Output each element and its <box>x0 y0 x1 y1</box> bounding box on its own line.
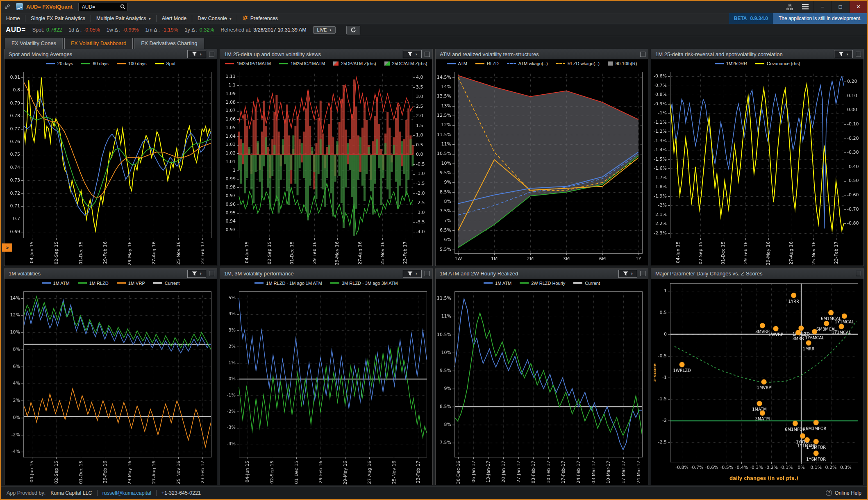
filter-button[interactable]: ◑ <box>187 50 206 58</box>
contrast-icon: ◑ <box>415 52 418 57</box>
legend-item[interactable]: 90-10th(R) <box>608 61 637 66</box>
chart-legend: 1M ATM1M RLZD1M VRPCurrent <box>5 279 217 287</box>
legend-item[interactable]: 1M RLZD - 1M ago 1M ATM <box>254 281 322 286</box>
menu-item-dev-console[interactable]: Dev Console▾ <box>192 13 237 24</box>
chart-canvas[interactable] <box>436 68 648 266</box>
beta-badge: BETA0.9.34.0 <box>729 13 773 24</box>
filter-button[interactable]: ◑ <box>187 270 206 278</box>
legend-swatch <box>279 63 288 64</box>
panel-title: Spot and Moving Averages <box>9 51 72 57</box>
legend-label: 20 days <box>57 61 73 66</box>
instrument-symbol: AUD= <box>6 26 26 34</box>
legend-label: 90-10th(R) <box>616 61 637 66</box>
minimize-button[interactable]: – <box>813 1 831 13</box>
legend-swatch <box>447 63 456 64</box>
chart-canvas[interactable] <box>651 68 863 266</box>
panel-checkbox[interactable] <box>209 271 214 276</box>
chart-canvas[interactable] <box>5 68 217 266</box>
chart-canvas[interactable] <box>436 287 648 485</box>
toggle-icon: ◑ <box>329 27 332 32</box>
menu-icon[interactable] <box>798 1 813 13</box>
legend-swatch <box>78 282 87 284</box>
chart-canvas[interactable] <box>651 279 863 485</box>
legend-label: 1M RLZD - 1M ago 1M ATM <box>266 281 322 286</box>
panel-checkbox[interactable] <box>425 271 430 276</box>
menu-item-home[interactable]: Home <box>1 13 25 24</box>
filter-button[interactable]: ◑ <box>618 270 637 278</box>
legend-item[interactable]: 1M RLZD <box>78 281 109 286</box>
legend-swatch <box>475 63 484 64</box>
legend-swatch <box>117 63 126 64</box>
tab-fx-derivatives-charting[interactable]: FX Derivatives Charting <box>134 38 204 49</box>
tab-fx-volatility-cones[interactable]: FX Volatility Cones <box>5 38 63 49</box>
symbol-search[interactable] <box>78 3 127 11</box>
close-button[interactable]: ✕ <box>849 1 867 13</box>
panel-z-scores: Major Parameter Daily Changes vs. Z-Scor… <box>651 268 864 486</box>
refresh-button[interactable] <box>346 26 360 34</box>
chart-canvas[interactable] <box>5 287 217 485</box>
legend-swatch <box>117 282 126 284</box>
legend-label: 1M VRP <box>128 281 145 286</box>
menu-item-single-fx[interactable]: Single FX Pair Analytics <box>25 13 91 24</box>
chart-canvas[interactable] <box>220 68 432 266</box>
legend-item[interactable]: 1M ATM <box>484 281 511 286</box>
filter-button[interactable]: ◑ <box>403 270 422 278</box>
legend-item[interactable]: Current <box>153 281 180 286</box>
legend-swatch <box>333 61 339 66</box>
chart-legend: 1M25DRRCovariance (rhs) <box>651 59 863 68</box>
legend-item[interactable]: 20 days <box>46 61 73 66</box>
legend-item[interactable]: 1M25DP/1MATM <box>225 61 271 66</box>
legend-label: Current <box>585 281 600 286</box>
legend-item[interactable]: 1M ATM <box>42 281 70 286</box>
panel-checkbox[interactable] <box>209 52 214 57</box>
live-toggle[interactable]: LIVE◑ <box>313 26 336 34</box>
panel-checkbox[interactable] <box>640 52 645 57</box>
legend-item[interactable]: Spot <box>155 61 176 66</box>
funnel-icon <box>192 270 197 277</box>
panel-checkbox[interactable] <box>856 52 861 57</box>
maximize-button[interactable]: □ <box>831 1 849 13</box>
company-name: Kuma Capital LLC <box>50 490 92 496</box>
panel-term-structure: ATM and realized volatility term-structu… <box>435 49 648 266</box>
footer-separator <box>156 490 157 496</box>
filter-button[interactable]: ◑ <box>403 50 422 58</box>
online-help[interactable]: ? Online Help <box>826 490 861 496</box>
legend-item[interactable]: 60 days <box>81 61 109 66</box>
tab-fx-volatility-dashboard[interactable]: FX Volatility Dashboard <box>64 38 133 49</box>
panel-title: ATM and realized volatility term-structu… <box>440 51 539 57</box>
legend-label: Spot <box>166 61 176 66</box>
legend-item[interactable]: 1M25DRR <box>715 61 747 66</box>
legend-item[interactable]: 1M25DC/1MATM <box>279 61 325 66</box>
legend-item[interactable]: ATM wkago(--) <box>507 61 548 66</box>
panel-checkbox[interactable] <box>856 271 861 276</box>
menu-item-alert-mode[interactable]: Alert Mode <box>157 13 192 24</box>
legend-item[interactable]: 2W RLZD Hourly <box>520 281 565 286</box>
filter-button[interactable]: ◑ <box>834 50 853 58</box>
sitemap-icon[interactable] <box>782 1 798 13</box>
sidebar-expand-button[interactable]: > <box>2 243 12 252</box>
funnel-icon <box>407 50 413 58</box>
legend-label: RLZD <box>487 61 499 66</box>
legend-swatch <box>484 282 493 284</box>
legend-item[interactable]: 100 days <box>117 61 147 66</box>
legend-item[interactable]: RLZD <box>475 61 499 66</box>
panel-checkbox[interactable] <box>425 52 430 57</box>
legend-item[interactable]: RLZD wkago(--) <box>556 61 600 66</box>
search-icon[interactable] <box>120 4 126 11</box>
legend-item[interactable]: 25DP/ATM Z(rhs) <box>333 61 376 66</box>
legend-swatch <box>46 63 55 64</box>
panel-header: ATM and realized volatility term-structu… <box>436 49 648 59</box>
legend-item[interactable]: 3M RLZD - 3M ago 3M ATM <box>330 281 398 286</box>
menu-item-multiple-pair[interactable]: Multiple Pair Analytics▾ <box>91 13 156 24</box>
chart-canvas[interactable] <box>220 287 432 485</box>
panel-title: 1M volatilities <box>9 270 41 277</box>
legend-item[interactable]: Covariance (rhs) <box>755 61 800 66</box>
legend-item[interactable]: ATM <box>447 61 467 66</box>
legend-item[interactable]: 25DC/ATM Z(rhs) <box>384 61 427 66</box>
contact-email-link[interactable]: russell@kuma.capital <box>102 490 151 496</box>
menu-item-preferences[interactable]: Preferences <box>237 13 283 24</box>
legend-item[interactable]: 1M VRP <box>117 281 145 286</box>
legend-item[interactable]: Current <box>573 281 600 286</box>
link-icon[interactable] <box>4 4 10 10</box>
panel-checkbox[interactable] <box>640 271 645 276</box>
